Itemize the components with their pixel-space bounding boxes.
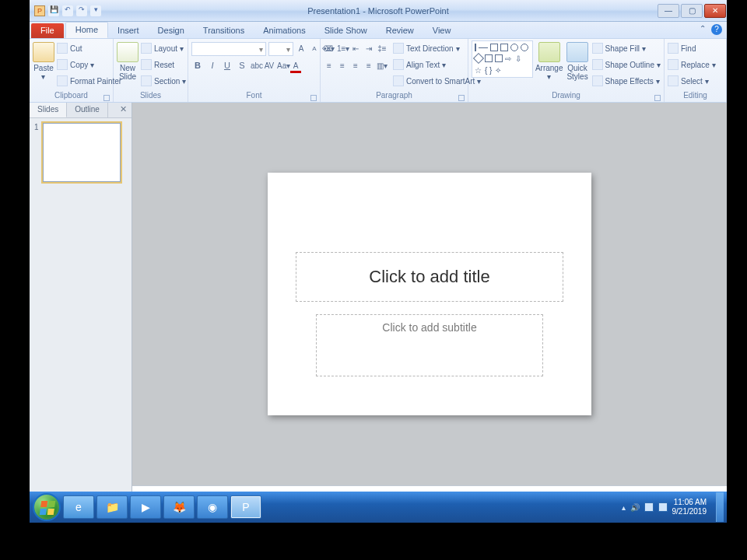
taskbar-chrome-icon[interactable]: ◉ <box>197 495 228 519</box>
maximize-button[interactable]: ▢ <box>681 4 703 18</box>
title-placeholder[interactable]: Click to add title <box>296 252 563 302</box>
justify-button[interactable]: ≡ <box>363 59 374 73</box>
font-dialog-icon[interactable] <box>310 95 317 101</box>
format-painter-button[interactable]: Format Painter <box>57 73 121 89</box>
clipboard-dialog-icon[interactable] <box>103 95 110 101</box>
start-button[interactable] <box>33 493 61 521</box>
help-icon[interactable]: ? <box>711 24 722 35</box>
taskbar: e 📁 ▶ 🦊 ◉ P ▴ 🔊 11:06 AM 9/21/2019 <box>30 492 727 523</box>
shape-effects-button[interactable]: Shape Effects ▾ <box>592 73 661 89</box>
shape-outline-icon <box>592 59 603 70</box>
grow-font-button[interactable]: A <box>296 42 307 56</box>
layout-icon <box>141 43 152 54</box>
drawing-dialog-icon[interactable] <box>654 95 661 101</box>
slide-thumbnail-1[interactable]: 1 <box>34 123 127 182</box>
columns-button[interactable]: ▥▾ <box>377 59 388 73</box>
close-button[interactable]: ✕ <box>704 4 726 18</box>
qat-save-icon[interactable]: 💾 <box>48 5 59 16</box>
paste-button[interactable]: Paste▾ <box>33 40 54 81</box>
change-case-button[interactable]: Aa▾ <box>277 59 288 73</box>
taskbar-explorer-icon[interactable]: 📁 <box>96 495 128 519</box>
font-family-select[interactable]: ▾ <box>191 42 266 56</box>
shape-fill-button[interactable]: Shape Fill ▾ <box>592 40 661 56</box>
title-placeholder-text: Click to add title <box>369 267 489 287</box>
tab-file[interactable]: File <box>31 23 64 38</box>
tray-network-icon[interactable] <box>644 502 654 512</box>
arrange-button[interactable]: Arrange▾ <box>535 40 563 81</box>
taskbar-firefox-icon[interactable]: 🦊 <box>163 495 195 519</box>
tray-volume-icon[interactable]: 🔊 <box>630 503 640 512</box>
shape-fill-icon <box>592 43 603 54</box>
underline-button[interactable]: U <box>221 59 233 73</box>
align-center-button[interactable]: ≡ <box>337 59 348 73</box>
workspace: Slides Outline ✕ 1 Click to add title Cl… <box>30 103 727 509</box>
strike-button[interactable]: S <box>236 59 248 73</box>
replace-button[interactable]: Replace ▾ <box>668 57 716 72</box>
minimize-button[interactable]: — <box>658 4 679 18</box>
find-button[interactable]: Find <box>668 40 716 56</box>
taskbar-media-icon[interactable]: ▶ <box>130 495 161 519</box>
align-right-button[interactable]: ≡ <box>350 59 361 73</box>
side-tab-slides[interactable]: Slides <box>30 103 67 117</box>
qat-redo-icon[interactable]: ↷ <box>76 5 87 16</box>
shadow-button[interactable]: abc <box>251 59 261 73</box>
subtitle-placeholder-text: Click to add subtitle <box>382 321 476 334</box>
slide: Click to add title Click to add subtitle <box>268 173 591 415</box>
tab-animations[interactable]: Animations <box>254 23 314 38</box>
shape-effects-icon <box>592 75 603 86</box>
side-tab-outline[interactable]: Outline <box>67 103 108 117</box>
reset-icon <box>141 59 152 70</box>
copy-icon <box>57 59 68 70</box>
font-size-select[interactable]: ▾ <box>268 42 293 56</box>
section-button[interactable]: Section ▾ <box>141 73 186 89</box>
slide-canvas[interactable]: Click to add title Click to add subtitle <box>132 103 727 485</box>
reset-button[interactable]: Reset <box>141 57 186 72</box>
tray-flag-icon[interactable] <box>658 502 668 512</box>
tab-insert[interactable]: Insert <box>108 23 149 38</box>
qat-customize-icon[interactable]: ▾ <box>90 5 101 16</box>
shape-outline-button[interactable]: Shape Outline ▾ <box>592 57 661 72</box>
tab-home[interactable]: Home <box>65 22 108 38</box>
tray-overflow-icon[interactable]: ▴ <box>622 503 626 512</box>
quick-styles-button[interactable]: Quick Styles <box>565 40 589 81</box>
italic-button[interactable]: I <box>206 59 219 73</box>
taskbar-powerpoint-icon[interactable]: P <box>230 495 261 519</box>
slides-panel: Slides Outline ✕ 1 <box>30 103 132 509</box>
shrink-font-button[interactable]: A <box>309 42 320 56</box>
align-left-button[interactable]: ≡ <box>324 59 335 73</box>
align-text-icon <box>393 59 404 70</box>
tab-review[interactable]: Review <box>377 23 423 38</box>
select-button[interactable]: Select ▾ <box>668 73 716 89</box>
decrease-indent-button[interactable]: ⇤ <box>350 42 361 56</box>
group-slides: New Slide Layout ▾ Reset Section ▾ Slide… <box>114 39 188 102</box>
tab-design[interactable]: Design <box>149 23 194 38</box>
spacing-button[interactable]: AV <box>264 59 275 73</box>
tab-slideshow[interactable]: Slide Show <box>315 23 377 38</box>
thumb-number: 1 <box>34 123 40 182</box>
shapes-gallery[interactable]: ⇨ ⇩ ☆ { } ✧ <box>472 40 533 78</box>
line-spacing-button[interactable]: ‡≡ <box>377 42 388 56</box>
numbering-button[interactable]: 1≡▾ <box>337 42 348 56</box>
tab-transitions[interactable]: Transitions <box>194 23 254 38</box>
new-slide-button[interactable]: New Slide <box>117 40 139 81</box>
copy-button[interactable]: Copy ▾ <box>57 57 121 72</box>
taskbar-ie-icon[interactable]: e <box>63 495 94 519</box>
increase-indent-button[interactable]: ⇥ <box>363 42 374 56</box>
tab-view[interactable]: View <box>423 23 461 38</box>
side-close-icon[interactable]: ✕ <box>115 103 132 117</box>
title-bar: P 💾 ↶ ↷ ▾ Presentation1 - Microsoft Powe… <box>30 0 727 22</box>
text-direction-icon <box>393 43 404 54</box>
qat-undo-icon[interactable]: ↶ <box>62 5 73 16</box>
cut-button[interactable]: Cut <box>57 40 121 56</box>
bullets-button[interactable]: •≡▾ <box>324 42 335 56</box>
font-color-button[interactable]: A <box>290 59 301 73</box>
paste-icon <box>33 42 54 62</box>
bold-button[interactable]: B <box>191 59 204 73</box>
select-icon <box>668 75 679 86</box>
ribbon-minimize-icon[interactable]: ⌃ <box>697 24 708 35</box>
subtitle-placeholder[interactable]: Click to add subtitle <box>316 314 543 376</box>
paragraph-dialog-icon[interactable] <box>458 95 465 101</box>
layout-button[interactable]: Layout ▾ <box>141 40 186 56</box>
show-desktop-button[interactable] <box>716 492 724 522</box>
tray-clock[interactable]: 11:06 AM 9/21/2019 <box>672 498 707 516</box>
